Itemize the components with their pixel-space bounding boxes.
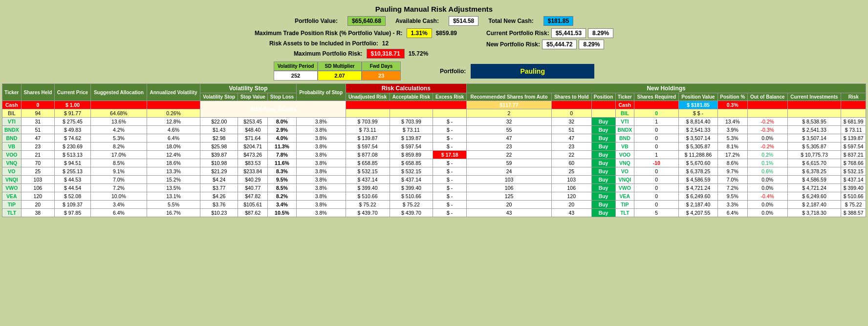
max-trade-label: Maximum Trade Position Risk (% Portfolio…	[255, 30, 403, 37]
current-portfolio-risk-label: Current Portfolio Risk:	[486, 30, 549, 37]
col-annualized-volatility: Annualized Volatility	[147, 84, 200, 101]
col-stop-loss: Stop Loss	[268, 93, 296, 101]
col-nh-ticker: Ticker	[615, 93, 634, 101]
col-probability-of-stop: Probability of Stop	[296, 84, 346, 101]
fwd-label: Fwd Days	[362, 61, 401, 71]
vol-period-label: Volatility Period	[274, 61, 318, 71]
new-portfolio-risk-label: New Portfolio Risk:	[486, 41, 540, 48]
available-cash: $514.58	[449, 16, 478, 26]
table-row: TLT38$ 97.856.4%16.7%$10.23$87.6210.5%3.…	[2, 209, 866, 217]
max-portfolio-val: $10,318.71	[367, 49, 405, 59]
table-row: TIP20$ 109.373.4%5.5%$3.76$105.613.4%3.8…	[2, 201, 866, 209]
table-row: Cash0$ 1.00Risk-Free Assets$117.77Cash$ …	[2, 101, 866, 109]
sd-label: SD Multiplier	[318, 61, 362, 71]
table-row: VOO21$ 513.1317.0%12.4%$39.87$473.267.8%…	[2, 151, 866, 159]
table-row: VNQ70$ 94.518.5%18.6%$10.98$83.5311.6%3.…	[2, 159, 866, 167]
current-portfolio-risk-val: $5,441.53	[551, 28, 586, 38]
max-portfolio-label: Maximum Portfolio Risk:	[294, 50, 363, 57]
portfolio-label: Portfolio:	[440, 68, 466, 75]
risk-assets-val: 12	[382, 40, 389, 47]
col-shares-to-hold: Shares to Hold	[551, 93, 591, 101]
col-recommended-shares: Recommended Shares from Auto	[467, 93, 552, 101]
col-current-investments: Current Investments	[787, 93, 841, 101]
section-risk-calculations: Risk Calculations	[346, 84, 467, 93]
table-row: VEA120$ 52.0810.0%13.1%$4.26$47.828.2%3.…	[2, 192, 866, 201]
section-volatility-stop: Volatility Stop	[200, 84, 296, 93]
col-position: Position	[591, 93, 615, 101]
total-new-cash-label: Total New Cash:	[488, 18, 533, 24]
vol-period-val: 252	[274, 71, 318, 81]
risk-free-assets-label: Risk-Free Assets	[200, 101, 346, 118]
table-row: BIL94$ 91.7764.68%0.26%20BIL0$ $ -	[2, 109, 866, 118]
col-current-price: Current Price	[54, 84, 90, 101]
table-row: BNDX51$ 49.834.2%4.6%$1.43$48.402.9%3.8%…	[2, 126, 866, 134]
new-portfolio-risk-val: $5,444.72	[542, 40, 577, 49]
col-volatility-stop: Volatility Stop	[200, 93, 238, 101]
new-portfolio-risk-pct: 8.29%	[579, 40, 604, 49]
fwd-val: 23	[362, 71, 401, 81]
col-shares-held: Shares Held	[21, 84, 54, 101]
sd-val: 2.07	[318, 71, 362, 81]
max-portfolio-pct: 15.72%	[409, 50, 429, 57]
risk-assets-label: Risk Assets to be Included in Portfolio:	[269, 40, 378, 47]
available-cash-label: Available Cash:	[395, 18, 439, 24]
table-row: VWO106$ 44.547.2%13.5%$3.77$40.778.5%3.8…	[2, 184, 866, 192]
col-acceptable-risk: Acceptable Risk	[390, 93, 433, 101]
max-trade-val: $859.89	[436, 30, 457, 37]
page-title: Pauling Manual Risk Adjustments	[5, 0, 863, 16]
col-position-pct: Position %	[717, 93, 747, 101]
main-table: Ticker Shares Held Current Price Suggest…	[2, 83, 866, 217]
col-position-value: Position Value	[679, 93, 717, 101]
table-row: VTI31$ 275.4513.6%12.8%$22.00$253.458.0%…	[2, 118, 866, 126]
portfolio-name: Pauling	[471, 64, 594, 79]
table-row: VO25$ 255.139.1%13.3%$21.29$233.848.3%3.…	[2, 167, 866, 176]
table-row: VNQI103$ 44.537.0%15.2%$4.24$40.299.5%3.…	[2, 176, 866, 184]
portfolio-value-label: Portfolio Value:	[295, 18, 338, 24]
col-stop-value: Stop Value	[238, 93, 268, 101]
portfolio-value: $65,640.68	[347, 16, 386, 26]
col-risk: Risk	[841, 93, 866, 101]
col-shares-required: Shares Required	[634, 93, 679, 101]
col-excess-risk: Excess Risk	[433, 93, 467, 101]
current-portfolio-risk-pct: 8.29%	[588, 28, 613, 38]
max-trade-pct: 1.31%	[407, 28, 432, 38]
col-suggested-allocation: Suggested Allocation	[91, 84, 147, 101]
section-new-holdings: New Holdings	[467, 84, 866, 93]
total-new-cash: $181.85	[543, 16, 573, 26]
col-ticker: Ticker	[2, 84, 22, 101]
col-unadjusted-risk: Unadjusted Risk	[346, 93, 390, 101]
table-row: VB23$ 230.698.2%18.0%$25.98$204.7111.3%3…	[2, 143, 866, 151]
col-out-of-balance: Out of Balance	[747, 93, 787, 101]
table-row: BND47$ 74.625.3%6.4%$2.98$71.644.0%3.8%$…	[2, 134, 866, 143]
